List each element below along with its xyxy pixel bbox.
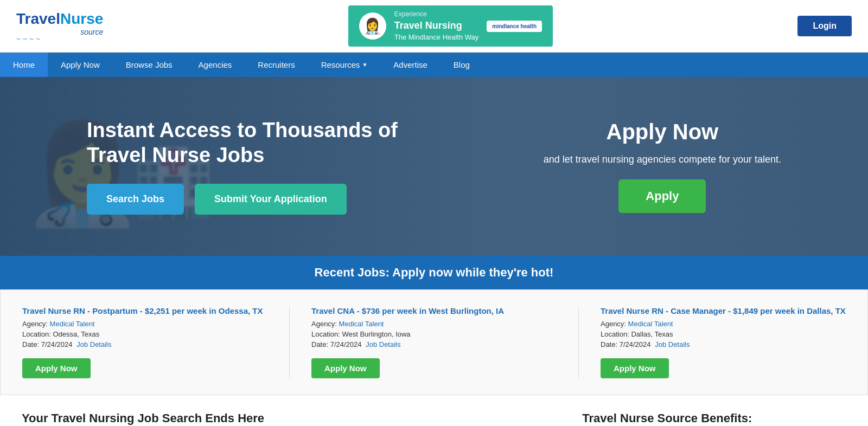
login-button[interactable]: Login xyxy=(797,16,852,36)
ad-logo: mindlance health xyxy=(487,21,542,32)
job-divider-1 xyxy=(289,306,290,378)
header: Travel Nurse source 〜〜〜〜 👩‍⚕️ Experience… xyxy=(0,0,868,53)
ad-banner-text: Experience Travel Nursing The Mindlance … xyxy=(394,10,479,42)
job-agency-3: Agency: Medical Talent xyxy=(601,320,846,328)
job-agency-1: Agency: Medical Talent xyxy=(22,320,267,328)
job-date-3: Date: 7/24/2024 Job Details xyxy=(601,340,846,348)
nav-browse-jobs[interactable]: Browse Jobs xyxy=(113,53,186,77)
hero-section: 👩‍⚕️ 🏥 Instant Access to Thousands of Tr… xyxy=(0,77,868,256)
job-details-link-2[interactable]: Job Details xyxy=(366,340,400,348)
hero-buttons: Search Jobs Submit Your Application xyxy=(87,184,544,215)
job-title-1[interactable]: Travel Nurse RN - Postpartum - $2,251 pe… xyxy=(22,306,267,315)
hero-right: Apply Now and let travel nursing agencie… xyxy=(544,120,781,213)
bottom-right-title: Travel Nurse Source Benefits: xyxy=(582,411,846,425)
apply-now-button-2[interactable]: Apply Now xyxy=(311,358,380,378)
nav-apply-now[interactable]: Apply Now xyxy=(48,53,113,77)
recent-jobs-banner: Recent Jobs: Apply now while they're hot… xyxy=(0,256,868,289)
bottom-section: Your Travel Nursing Job Search Ends Here… xyxy=(0,395,868,426)
logo-nurse: Nurse xyxy=(60,10,103,28)
job-card-3: Travel Nurse RN - Case Manager - $1,849 … xyxy=(601,306,846,378)
job-location-2: Location: West Burlington, Iowa xyxy=(311,330,557,338)
nav-home[interactable]: Home xyxy=(0,53,48,77)
logo-travel: Travel xyxy=(16,10,60,28)
job-date-2: Date: 7/24/2024 Job Details xyxy=(311,340,557,348)
apply-now-button-1[interactable]: Apply Now xyxy=(22,358,91,378)
logo: Travel Nurse source 〜〜〜〜 xyxy=(16,10,103,42)
hero-title: Instant Access to Thousands of Travel Nu… xyxy=(87,118,412,167)
nav-advertise[interactable]: Advertise xyxy=(380,53,441,77)
job-details-link-1[interactable]: Job Details xyxy=(76,340,111,348)
hero-left: Instant Access to Thousands of Travel Nu… xyxy=(87,118,544,215)
bottom-left-title: Your Travel Nursing Job Search Ends Here xyxy=(22,411,550,425)
nav-resources[interactable]: Resources ▼ xyxy=(308,53,381,77)
agency-link-1[interactable]: Medical Talent xyxy=(50,320,95,328)
nav-blog[interactable]: Blog xyxy=(441,53,483,77)
chevron-down-icon: ▼ xyxy=(362,62,367,68)
agency-link-3[interactable]: Medical Talent xyxy=(628,320,673,328)
nav-recruiters[interactable]: Recruiters xyxy=(245,53,308,77)
ad-person-icon: 👩‍⚕️ xyxy=(363,17,382,35)
hero-content: Instant Access to Thousands of Travel Nu… xyxy=(0,96,868,236)
bottom-left: Your Travel Nursing Job Search Ends Here… xyxy=(22,411,550,426)
main-nav: Home Apply Now Browse Jobs Agencies Recr… xyxy=(0,53,868,77)
nav-agencies[interactable]: Agencies xyxy=(186,53,245,77)
hero-apply-heading: Apply Now xyxy=(544,120,781,144)
job-location-3: Location: Dallas, Texas xyxy=(601,330,846,338)
apply-now-button-3[interactable]: Apply Now xyxy=(601,358,669,378)
logo-source: source xyxy=(80,28,103,36)
job-details-link-3[interactable]: Job Details xyxy=(655,340,690,348)
ad-banner[interactable]: 👩‍⚕️ Experience Travel Nursing The Mindl… xyxy=(348,5,553,47)
job-title-2[interactable]: Travel CNA - $736 per week in West Burli… xyxy=(311,306,557,315)
logo-wave: 〜〜〜〜 xyxy=(16,36,103,42)
jobs-container: Travel Nurse RN - Postpartum - $2,251 pe… xyxy=(0,289,868,395)
hero-apply-sub: and let travel nursing agencies compete … xyxy=(544,152,781,167)
bottom-right: Travel Nurse Source Benefits: Quick appl… xyxy=(582,411,846,426)
job-card-1: Travel Nurse RN - Postpartum - $2,251 pe… xyxy=(22,306,267,378)
hero-apply-button[interactable]: Apply xyxy=(618,179,706,213)
job-card-2: Travel CNA - $736 per week in West Burli… xyxy=(311,306,557,378)
job-agency-2: Agency: Medical Talent xyxy=(311,320,557,328)
job-date-1: Date: 7/24/2024 Job Details xyxy=(22,340,267,348)
agency-link-2[interactable]: Medical Talent xyxy=(339,320,384,328)
search-jobs-button[interactable]: Search Jobs xyxy=(87,184,184,215)
submit-application-button[interactable]: Submit Your Application xyxy=(195,184,347,215)
job-location-1: Location: Odessa, Texas xyxy=(22,330,267,338)
job-divider-2 xyxy=(578,306,579,378)
job-title-3[interactable]: Travel Nurse RN - Case Manager - $1,849 … xyxy=(601,306,846,315)
